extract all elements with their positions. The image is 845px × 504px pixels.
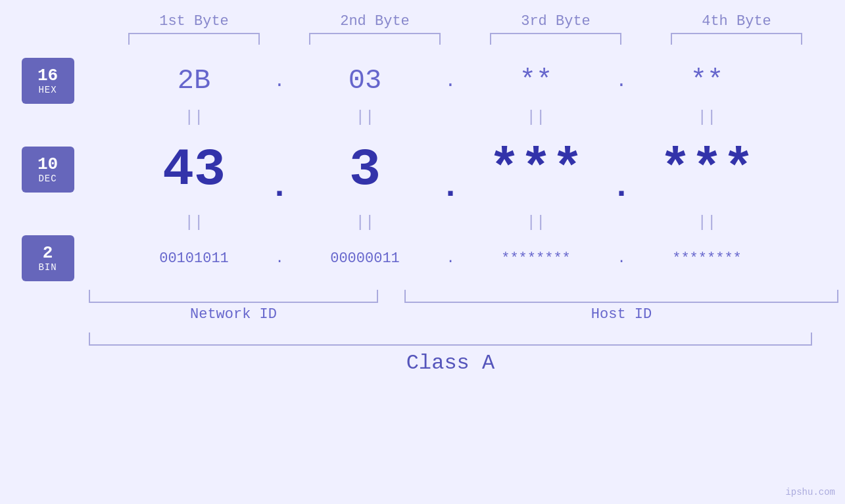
hex-dot1: . [270,71,289,91]
dec-b1: 43 [122,140,266,200]
eq2-b1: || [122,214,266,231]
bin-b3: ******** [464,250,608,267]
eq2-b4: || [635,214,779,231]
bin-data-row: 00101011 . 00000011 . ******** . *******… [122,232,845,285]
dec-badge: 10 DEC [22,147,74,193]
dec-b3: *** [464,140,608,200]
bracket-gap [378,290,404,303]
bin-badge: 2 BIN [22,235,74,281]
bracket-byte2 [309,33,441,45]
hex-b2: 03 [293,65,437,97]
bin-b2: 00000011 [293,250,437,267]
dec-dot3: . [612,168,631,206]
hex-b4: ** [635,65,779,97]
equals-row-1: || || || || [122,107,845,127]
dec-b4: *** [635,140,779,200]
watermark: ipshu.com [785,487,835,497]
hex-num: 16 [37,66,58,85]
eq1-b3: || [464,108,608,126]
hex-name: HEX [38,85,57,95]
eq1-b4: || [635,108,779,126]
byte-headers: 1st Byte 2nd Byte 3rd Byte 4th Byte [104,13,827,30]
eq1-b2: || [293,108,437,126]
hex-eq-spacer [20,107,76,127]
rows-wrapper: 2B . 03 . ** . ** || || || || 43 [76,55,845,504]
class-label: Class A [89,351,812,375]
bin-name: BIN [38,262,57,273]
eq1-b1: || [122,108,266,126]
network-id-label: Network ID [89,306,378,323]
net-host-labels-row: Network ID Host ID [89,306,845,323]
host-id-label: Host ID [404,306,838,323]
byte2-header: 2nd Byte [302,13,447,30]
eq2-b2: || [293,214,437,231]
bin-dot3: . [612,250,631,267]
bin-badge-wrapper: 2 BIN [20,232,76,285]
network-bracket [89,290,378,303]
byte4-header: 4th Byte [664,13,809,30]
hex-b1: 2B [122,65,266,97]
dec-name: DEC [38,173,57,184]
main-container: 1st Byte 2nd Byte 3rd Byte 4th Byte 16 H… [0,0,845,504]
class-bracket [89,332,812,346]
equals-row-2: || || || || [122,212,845,232]
bottom-net-host: Network ID Host ID [89,290,845,323]
dec-eq-spacer [20,212,76,232]
dec-dot2: . [441,168,460,206]
bin-dot1: . [270,250,289,267]
byte1-header: 1st Byte [122,13,266,30]
hex-badge-wrapper: 16 HEX [20,55,76,107]
dec-num: 10 [37,155,58,174]
eq2-b3: || [464,214,608,231]
hex-data-row: 2B . 03 . ** . ** [122,55,845,107]
dec-dot1: . [270,168,289,206]
bin-b1: 00101011 [122,250,266,267]
host-bracket [404,290,838,303]
dec-badge-wrapper: 10 DEC [20,127,76,212]
bin-b4: ******** [635,250,779,267]
bin-num: 2 [43,244,53,263]
hex-badge: 16 HEX [22,58,74,104]
dec-data-row: 43 . 3 . *** . *** [122,127,845,212]
bracket-byte3 [490,33,621,45]
dec-b2: 3 [293,140,437,200]
full-rows: 16 HEX 10 DEC 2 BIN [0,55,845,504]
top-brackets [104,33,827,45]
label-gap [378,306,404,323]
badges-column: 16 HEX 10 DEC 2 BIN [20,55,76,504]
hex-dot2: . [441,71,460,91]
hex-dot3: . [612,71,631,91]
byte3-header: 3rd Byte [483,13,628,30]
hex-b3: ** [464,65,608,97]
bottom-brackets-row [89,290,845,303]
bracket-byte1 [128,33,260,45]
bracket-byte4 [671,33,802,45]
bin-dot2: . [441,250,460,267]
